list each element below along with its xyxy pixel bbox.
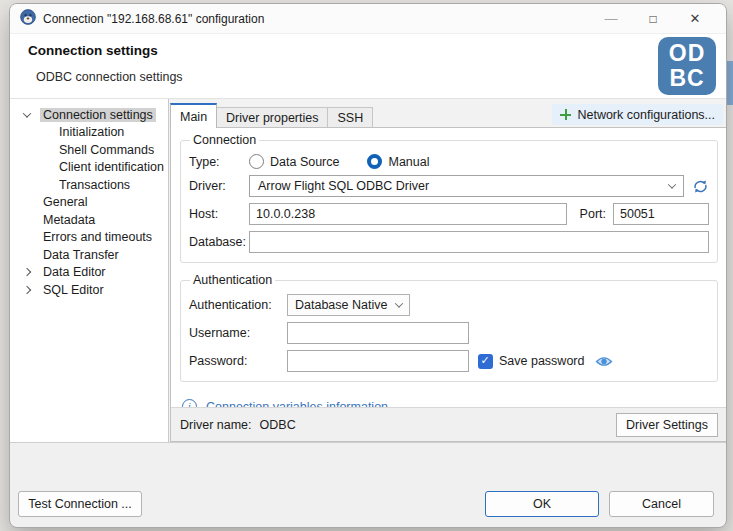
dialog-header: Connection settings ODBC connection sett… <box>10 34 726 98</box>
page-title: Connection settings <box>28 43 726 58</box>
odbc-logo-line2: BC <box>669 66 704 91</box>
radio-manual[interactable]: Manual <box>367 154 429 169</box>
authentication-group-legend: Authentication <box>190 273 275 287</box>
sidebar-item-data-transfer[interactable]: Data Transfer <box>10 246 168 264</box>
close-icon[interactable]: ✕ <box>674 5 716 33</box>
host-row: Host: Port: <box>189 203 709 225</box>
password-label: Password: <box>189 354 287 368</box>
network-configurations-button[interactable]: Network configurations... <box>552 104 723 125</box>
tree-collapse-icon[interactable] <box>20 269 34 275</box>
driver-settings-button[interactable]: Driver Settings <box>616 413 718 437</box>
username-label: Username: <box>189 326 287 340</box>
save-password-option[interactable]: Save password <box>478 354 584 369</box>
driver-row: Driver: Arrow Flight SQL ODBC Driver <box>189 175 709 197</box>
ok-button[interactable]: OK <box>485 491 599 517</box>
sidebar-item-client-identification[interactable]: Client identification <box>10 159 168 177</box>
authentication-select[interactable]: Database Native <box>287 294 410 316</box>
type-row: Type: Data Source Manual <box>189 154 709 169</box>
window-controls: — □ ✕ <box>590 5 716 33</box>
host-label: Host: <box>189 207 249 221</box>
odbc-logo-line1: OD <box>669 41 706 66</box>
connection-group-legend: Connection <box>190 133 259 147</box>
sidebar-item-data-editor[interactable]: Data Editor <box>10 264 168 282</box>
desktop-background: Connection "192.168.68.61" configuration… <box>0 0 733 531</box>
main-panel: Main Driver properties SSH Network confi… <box>169 99 727 442</box>
tree-expand-icon[interactable] <box>20 112 34 118</box>
password-row: Password: Save password <box>189 350 709 372</box>
port-input[interactable] <box>613 203 709 225</box>
port-label: Port: <box>580 207 606 221</box>
driver-name-value: ODBC <box>260 418 296 432</box>
odbc-logo: OD BC <box>658 37 716 95</box>
driver-name-label: Driver name: <box>180 418 252 432</box>
eye-icon <box>595 355 613 368</box>
driver-select[interactable]: Arrow Flight SQL ODBC Driver <box>249 175 684 197</box>
chevron-down-icon <box>668 180 676 188</box>
window-title: Connection "192.168.68.61" configuration <box>43 12 264 26</box>
password-input[interactable] <box>287 350 469 372</box>
tab-ssh[interactable]: SSH <box>327 107 373 128</box>
tree-collapse-icon[interactable] <box>20 287 34 293</box>
connection-configuration-dialog: Connection "192.168.68.61" configuration… <box>9 3 727 528</box>
radio-off-icon[interactable] <box>249 154 264 169</box>
sidebar-item-shell-commands[interactable]: Shell Commands <box>10 141 168 159</box>
username-input[interactable] <box>287 322 469 344</box>
dialog-body: Connection settings Initialization Shell… <box>10 98 727 443</box>
database-label: Database: <box>189 235 249 249</box>
sidebar-item-sql-editor[interactable]: SQL Editor <box>10 281 168 299</box>
connection-group: Connection Type: Data Source Man <box>180 133 718 263</box>
sidebar-item-general[interactable]: General <box>10 194 168 212</box>
tab-main[interactable]: Main <box>170 103 217 128</box>
sidebar-item-metadata[interactable]: Metadata <box>10 211 168 229</box>
database-row: Database: <box>189 231 709 253</box>
authentication-row: Authentication: Database Native <box>189 294 709 316</box>
titlebar[interactable]: Connection "192.168.68.61" configuration… <box>10 4 726 34</box>
settings-tree: Connection settings Initialization Shell… <box>10 99 169 442</box>
chevron-down-icon <box>395 299 403 307</box>
tab-driver-properties[interactable]: Driver properties <box>216 107 328 128</box>
minimize-icon[interactable]: — <box>590 5 632 33</box>
radio-data-source[interactable]: Data Source <box>249 154 339 169</box>
plus-icon <box>560 109 571 120</box>
background-window-fragment <box>727 61 733 105</box>
checkbox-checked-icon[interactable] <box>478 354 493 369</box>
driver-name-bar: Driver name: ODBC Driver Settings <box>171 407 727 441</box>
app-icon <box>20 9 36 29</box>
sidebar-item-initialization[interactable]: Initialization <box>10 124 168 142</box>
authentication-group: Authentication Authentication: Database … <box>180 273 718 382</box>
refresh-drivers-button[interactable] <box>692 178 709 195</box>
host-input[interactable] <box>249 203 567 225</box>
sidebar-item-connection-settings[interactable]: Connection settings <box>10 106 168 124</box>
authentication-label: Authentication: <box>189 298 287 312</box>
page-subtitle: ODBC connection settings <box>36 70 726 84</box>
radio-on-icon[interactable] <box>367 154 382 169</box>
cancel-button[interactable]: Cancel <box>609 491 714 517</box>
username-row: Username: <box>189 322 709 344</box>
test-connection-button[interactable]: Test Connection ... <box>18 491 142 517</box>
database-input[interactable] <box>249 231 709 253</box>
type-label: Type: <box>189 155 249 169</box>
refresh-icon <box>692 178 709 195</box>
show-password-button[interactable] <box>595 355 613 368</box>
tab-content-main: Connection Type: Data Source Man <box>170 127 727 442</box>
sidebar-item-errors-and-timeouts[interactable]: Errors and timeouts <box>10 229 168 247</box>
maximize-icon[interactable]: □ <box>632 5 674 33</box>
sidebar-item-transactions[interactable]: Transactions <box>10 176 168 194</box>
driver-label: Driver: <box>189 179 249 193</box>
